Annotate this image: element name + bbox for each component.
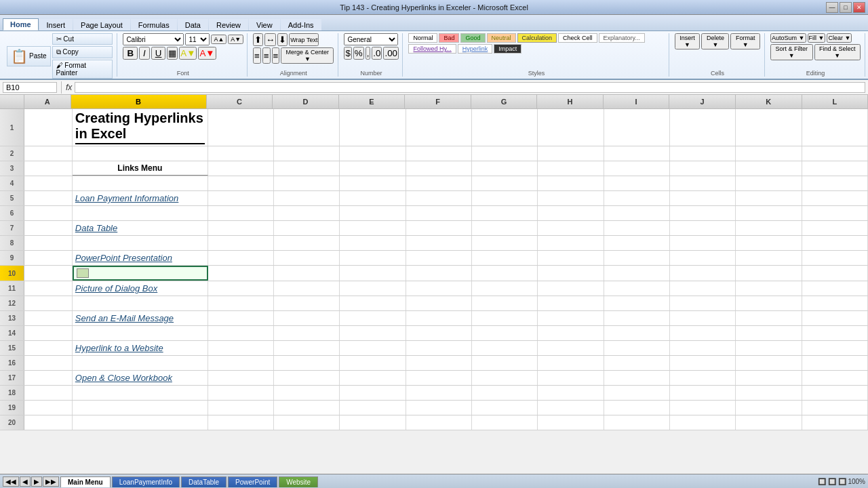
- font-color-button[interactable]: A▼: [198, 47, 216, 60]
- cell-f12[interactable]: [406, 296, 472, 310]
- find-select-button[interactable]: Find & Select ▼: [814, 44, 861, 60]
- cell-c20[interactable]: [208, 415, 274, 430]
- cell-l14[interactable]: [802, 326, 868, 340]
- cell-e15[interactable]: [340, 341, 406, 355]
- cut-button[interactable]: ✂ Cut: [52, 33, 113, 45]
- cell-k18[interactable]: [736, 386, 802, 400]
- cell-b6[interactable]: [73, 206, 208, 220]
- cell-a18[interactable]: [24, 386, 73, 400]
- cell-k2[interactable]: [736, 146, 802, 161]
- cell-g12[interactable]: [472, 296, 538, 310]
- cell-h13[interactable]: [538, 311, 604, 325]
- cell-a10[interactable]: [24, 266, 73, 281]
- cell-e5[interactable]: [340, 191, 406, 205]
- style-calculation[interactable]: Calculation: [517, 33, 557, 43]
- cell-a5[interactable]: [24, 191, 73, 205]
- cell-h6[interactable]: [538, 206, 604, 220]
- col-header-c[interactable]: C: [207, 95, 273, 108]
- tab-review[interactable]: Review: [209, 19, 248, 30]
- sheet-tab-main-menu[interactable]: Main Menu: [60, 476, 111, 487]
- cell-g7[interactable]: [472, 221, 538, 235]
- cell-c15[interactable]: [208, 341, 274, 355]
- cell-f8[interactable]: [406, 236, 472, 250]
- cell-i5[interactable]: [604, 191, 670, 205]
- close-button[interactable]: ✕: [853, 2, 865, 13]
- cell-j7[interactable]: [670, 221, 736, 235]
- cell-d6[interactable]: [274, 206, 340, 220]
- cell-c6[interactable]: [208, 206, 274, 220]
- cell-a16[interactable]: [24, 356, 73, 370]
- cell-d14[interactable]: [274, 326, 340, 340]
- cell-h3[interactable]: [538, 161, 604, 176]
- cell-f13[interactable]: [406, 311, 472, 325]
- cell-a19[interactable]: [24, 401, 73, 415]
- cell-g13[interactable]: [472, 311, 538, 325]
- wrap-text-button[interactable]: Wrap Text: [289, 33, 319, 46]
- style-impact[interactable]: Impact: [494, 44, 521, 54]
- cell-k15[interactable]: [736, 341, 802, 355]
- cell-f10[interactable]: [406, 266, 472, 281]
- cell-g14[interactable]: [472, 326, 538, 340]
- cell-g18[interactable]: [472, 386, 538, 400]
- cell-f3[interactable]: [406, 161, 472, 176]
- cell-j16[interactable]: [670, 356, 736, 370]
- cell-h15[interactable]: [538, 341, 604, 355]
- cell-b9[interactable]: PowerPoint Presentation: [73, 251, 208, 265]
- cell-c5[interactable]: [208, 191, 274, 205]
- cell-a20[interactable]: [24, 415, 73, 430]
- minimize-button[interactable]: —: [826, 2, 838, 13]
- formula-input[interactable]: [75, 82, 865, 93]
- cell-h19[interactable]: [538, 401, 604, 415]
- cell-l18[interactable]: [802, 386, 868, 400]
- cell-c2[interactable]: [208, 146, 274, 161]
- cell-d18[interactable]: [274, 386, 340, 400]
- format-button[interactable]: Format ▼: [730, 33, 760, 49]
- align-middle-button[interactable]: ↔: [264, 33, 276, 46]
- cell-e2[interactable]: [340, 146, 406, 161]
- cell-d11[interactable]: [274, 281, 340, 296]
- cell-f19[interactable]: [406, 401, 472, 415]
- underline-button[interactable]: U: [151, 47, 166, 60]
- cell-g9[interactable]: [472, 251, 538, 265]
- cell-b1[interactable]: Creating Hyperlinks in Excel: [73, 109, 208, 146]
- cell-k6[interactable]: [736, 206, 802, 220]
- col-header-j[interactable]: J: [669, 95, 736, 108]
- style-good[interactable]: Good: [460, 33, 485, 43]
- align-left-button[interactable]: ≡: [253, 47, 261, 64]
- cell-d10[interactable]: [274, 266, 340, 281]
- cell-a12[interactable]: [24, 296, 73, 310]
- window-controls[interactable]: — □ ✕: [826, 2, 865, 13]
- increase-font-button[interactable]: A▲: [211, 35, 226, 44]
- cell-g20[interactable]: [472, 415, 538, 430]
- cell-h18[interactable]: [538, 386, 604, 400]
- cell-c18[interactable]: [208, 386, 274, 400]
- cell-i4[interactable]: [604, 176, 670, 190]
- cell-a8[interactable]: [24, 236, 73, 250]
- tab-insert[interactable]: Insert: [39, 19, 73, 30]
- cell-h10[interactable]: [538, 266, 604, 281]
- cell-e13[interactable]: [340, 311, 406, 325]
- cell-k13[interactable]: [736, 311, 802, 325]
- cell-f4[interactable]: [406, 176, 472, 190]
- cell-c9[interactable]: [208, 251, 274, 265]
- cell-d5[interactable]: [274, 191, 340, 205]
- cell-h12[interactable]: [538, 296, 604, 310]
- cell-b12[interactable]: [73, 296, 208, 310]
- cell-h14[interactable]: [538, 326, 604, 340]
- col-header-a[interactable]: A: [24, 95, 71, 108]
- cell-b7[interactable]: Data Table: [73, 221, 208, 235]
- cell-e7[interactable]: [340, 221, 406, 235]
- cell-d3[interactable]: [274, 161, 340, 176]
- cell-j3[interactable]: [670, 161, 736, 176]
- cell-i20[interactable]: [604, 415, 670, 430]
- cell-l19[interactable]: [802, 401, 868, 415]
- cell-a11[interactable]: [24, 281, 73, 296]
- cell-f7[interactable]: [406, 221, 472, 235]
- cell-c7[interactable]: [208, 221, 274, 235]
- delete-button[interactable]: Delete ▼: [701, 33, 729, 49]
- cell-g4[interactable]: [472, 176, 538, 190]
- style-hyperlink[interactable]: Hyperlink: [458, 44, 493, 54]
- cell-d9[interactable]: [274, 251, 340, 265]
- cell-d13[interactable]: [274, 311, 340, 325]
- cell-i10[interactable]: [604, 266, 670, 281]
